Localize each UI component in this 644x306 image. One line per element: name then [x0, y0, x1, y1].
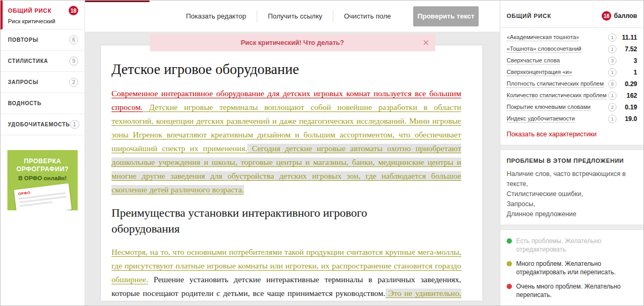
close-icon[interactable]: ✕ [423, 38, 430, 48]
panel-title: ОБЩИЙ РИСК [507, 13, 602, 19]
sidebar-item-label: ПОВТОРЫ [8, 37, 39, 43]
metric-label[interactable]: Индекс удобочитаемости [507, 115, 575, 123]
metric-count-badge: 1 [608, 91, 617, 100]
metric-value: 1 [619, 69, 637, 76]
metric-row: Покрытие ключевыми словами20.19 [507, 101, 637, 113]
count-badge: 2 [69, 78, 78, 87]
document-paragraph-2: Несмотря, на то, что основными потребите… [111, 245, 461, 301]
metrics-panel-header: ОБЩИЙ РИСК 18 баллов [500, 1, 643, 28]
promo-text-line3: В ОРФО онлайн! [12, 175, 73, 181]
legend-row: Много проблем. Желательно отредактироват… [507, 259, 637, 276]
total-score: 18 баллов [602, 11, 637, 21]
legend-row: Очень много проблем. Желательно переписа… [507, 282, 637, 299]
score-units: баллов [614, 12, 637, 20]
document-title: Детское игровое оборудование [111, 61, 461, 77]
sidebar-item[interactable]: ВОДНОСТЬ [1, 93, 85, 114]
legend-text: Много проблем. Желательно отредактироват… [516, 259, 637, 276]
metrics-panel: ОБЩИЙ РИСК 18 баллов «Академическая тошн… [500, 1, 643, 305]
metric-value: 11.11 [619, 34, 637, 41]
legend-row: Есть проблемы. Желательно отредактироват… [507, 237, 637, 254]
app-window: ОБЩИЙ РИСК 18 Риск критический ПОВТОРЫ6С… [0, 0, 644, 306]
promo-screenshot-image: ОРФО [14, 183, 71, 210]
metric-count-badge: 8 [608, 80, 617, 88]
check-text-button[interactable]: Проверить текст [413, 6, 479, 26]
problem-item: Стилистические ошибки, [507, 189, 637, 199]
document-preview: Детское игровое оборудование Современное… [101, 45, 482, 301]
metric-label[interactable]: Количество стилистических проблем [507, 92, 606, 99]
risk-level-text: Риск критический [8, 18, 78, 24]
risk-score-badge: 18 [69, 6, 78, 15]
metric-count-badge: 3 [608, 57, 617, 65]
sidebar-item[interactable]: СТИЛИСТИКА9 [1, 51, 85, 72]
metric-count-badge: 1 [608, 115, 617, 123]
legend-text: Очень много проблем. Желательно переписа… [516, 282, 637, 299]
get-link-button[interactable]: Получить ссылку [257, 12, 333, 20]
metric-label[interactable]: Покрытие ключевыми словами [507, 104, 591, 111]
section-divider [500, 225, 643, 230]
legend-dot [507, 261, 512, 266]
show-all-metrics-link[interactable]: Показать все характеристики [500, 126, 643, 145]
risk-alert-banner: Риск критический! Что делать? ✕ [150, 34, 435, 51]
progress-indicator [85, 1, 150, 2]
metric-value: 7.52 [619, 45, 637, 53]
problems-list: Наличие слов, часто встречающихся в текс… [507, 169, 637, 219]
legend-text: Есть проблемы. Желательно отредактироват… [516, 237, 637, 254]
promo-text-line1: ПРОВЕРКА [12, 157, 73, 165]
promo-text-line2: ОРФОГРАФИИ? [12, 165, 73, 173]
score-badge: 18 [602, 11, 611, 21]
sidebar-item-label: ОБЩИЙ РИСК [8, 7, 51, 14]
legend-list: Есть проблемы. Желательно отредактироват… [507, 237, 637, 299]
show-editor-button[interactable]: Показать редактор [175, 12, 257, 20]
problems-section-title: ПРОБЛЕМЫ В ЭТОМ ПРЕДЛОЖЕНИИ [507, 157, 637, 164]
metric-value: 3 [619, 57, 637, 64]
problem-item: Наличие слов, часто встречающихся в текс… [507, 169, 637, 189]
sidebar-item[interactable]: ПОВТОРЫ6 [1, 30, 85, 51]
promo-banner[interactable]: ПРОВЕРКА ОРФОГРАФИИ? В ОРФО онлайн! ОРФО [7, 150, 78, 210]
metric-value: 0.29 [619, 80, 637, 88]
metric-count-badge: 1 [608, 68, 617, 77]
section-divider [500, 145, 643, 150]
metric-label[interactable]: «Академическая тошнота» [507, 34, 579, 41]
sidebar-item[interactable]: ЗАПРОСЫ2 [1, 72, 85, 93]
metric-row: Сверхчастые слова33 [507, 55, 637, 67]
metric-row: «Тошнота» словосочетаний17.52 [507, 43, 637, 55]
metric-row: Плотность стилистических проблем80.29 [507, 78, 637, 90]
severity-legend: Есть проблемы. Желательно отредактироват… [500, 230, 643, 306]
metric-label[interactable]: Плотность стилистических проблем [507, 80, 604, 88]
sidebar: ОБЩИЙ РИСК 18 Риск критический ПОВТОРЫ6С… [1, 1, 85, 305]
problem-item: Запросы, [507, 199, 637, 209]
metric-row: Сверхконцентрация «и»11 [507, 67, 637, 78]
metric-label[interactable]: Сверхконцентрация «и» [507, 69, 572, 76]
sidebar-item-label: ЗАПРОСЫ [8, 79, 38, 85]
legend-dot [507, 238, 512, 244]
metric-value: 0.19 [619, 104, 637, 111]
toolbar: Показать редактор Получить ссылку Очисти… [85, 1, 500, 32]
count-badge: 9 [69, 57, 78, 66]
risk-alert-text[interactable]: Риск критический! Что делать? [241, 39, 344, 47]
metric-label[interactable]: «Тошнота» словосочетаний [507, 45, 581, 53]
sidebar-item-label: СТИЛИСТИКА [8, 58, 48, 64]
metric-row: Количество стилистических проблем1162 [507, 90, 637, 101]
document-heading-2: Преимущества установки интерактивного иг… [111, 205, 423, 237]
sidebar-item-label: УДОБОЧИТАЕМОСТЬ [8, 122, 70, 127]
metrics-list: «Академическая тошнота»111.11«Тошнота» с… [500, 28, 643, 126]
metric-value: 19.0 [619, 115, 637, 123]
sidebar-items: ПОВТОРЫ6СТИЛИСТИКА9ЗАПРОСЫ2ВОДНОСТЬУДОБО… [1, 30, 85, 135]
clear-field-button[interactable]: Очистить поле [333, 12, 402, 20]
problem-item: Длинное предложение [507, 209, 637, 219]
sidebar-item[interactable]: УДОБОЧИТАЕМОСТЬ1 [1, 114, 85, 135]
sidebar-item-label: ВОДНОСТЬ [8, 100, 41, 106]
count-badge: 6 [69, 35, 78, 44]
metric-count-badge: 1 [608, 45, 617, 53]
metric-label[interactable]: Сверхчастые слова [507, 57, 560, 64]
main-content: Риск критический! Что делать? ✕ Детское … [85, 32, 500, 305]
metric-row: Индекс удобочитаемости119.0 [507, 113, 637, 125]
metric-count-badge: 1 [608, 33, 617, 42]
sentence-problems-section: ПРОБЛЕМЫ В ЭТОМ ПРЕДЛОЖЕНИИ Наличие слов… [500, 150, 643, 225]
legend-dot [507, 284, 512, 289]
count-badge: 1 [70, 120, 79, 129]
document-paragraph-1: Современное интерактивное оборудование д… [111, 87, 461, 197]
metric-count-badge: 2 [608, 103, 617, 112]
metric-row: «Академическая тошнота»111.11 [507, 32, 637, 43]
sidebar-item-overall-risk[interactable]: ОБЩИЙ РИСК 18 Риск критический [1, 1, 85, 30]
